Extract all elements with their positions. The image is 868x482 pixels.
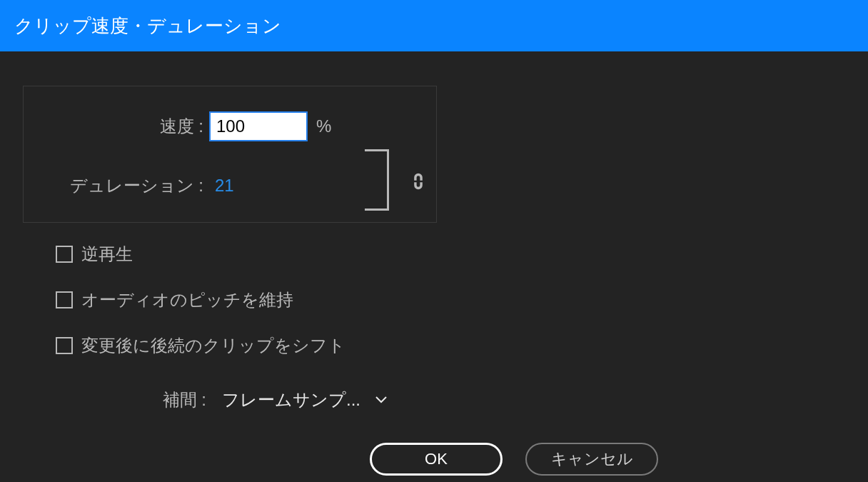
reverse-label: 逆再生 bbox=[81, 243, 133, 266]
reverse-checkbox[interactable] bbox=[56, 246, 73, 263]
chevron-down-icon bbox=[375, 393, 388, 406]
duration-value[interactable]: 21 bbox=[215, 176, 234, 196]
button-row: OK キャンセル bbox=[370, 443, 868, 476]
duration-label: デュレーション : bbox=[24, 174, 209, 197]
ok-button-label: OK bbox=[425, 450, 448, 468]
ripple-checkbox[interactable] bbox=[56, 337, 73, 354]
interpolation-dropdown[interactable]: フレームサンプ... bbox=[212, 384, 398, 416]
maintain-pitch-checkbox[interactable] bbox=[56, 291, 73, 308]
speed-label: 速度 : bbox=[24, 115, 209, 138]
ripple-row: 変更後に後続のクリップをシフト bbox=[56, 334, 868, 357]
speed-input[interactable] bbox=[209, 111, 308, 141]
speed-row: 速度 : % bbox=[24, 111, 436, 141]
dialog-title: クリップ速度・デュレーション bbox=[14, 14, 281, 39]
interpolation-label: 補間 : bbox=[23, 388, 212, 411]
maintain-pitch-label: オーディオのピッチを維持 bbox=[81, 288, 293, 311]
speed-duration-group: 速度 : % デュレーション : 21 bbox=[23, 86, 437, 223]
dialog-titlebar: クリップ速度・デュレーション bbox=[0, 0, 868, 51]
reverse-row: 逆再生 bbox=[56, 243, 868, 266]
cancel-button-label: キャンセル bbox=[551, 448, 633, 470]
dialog-content: 速度 : % デュレーション : 21 逆再生 オーディオのピッチを維持 bbox=[0, 51, 868, 476]
maintain-pitch-row: オーディオのピッチを維持 bbox=[56, 288, 868, 311]
checkbox-group: 逆再生 オーディオのピッチを維持 変更後に後続のクリップをシフト bbox=[23, 243, 868, 357]
ripple-label: 変更後に後続のクリップをシフト bbox=[81, 334, 345, 357]
link-bracket bbox=[365, 149, 389, 211]
ok-button[interactable]: OK bbox=[370, 443, 503, 476]
interpolation-row: 補間 : フレームサンプ... bbox=[23, 384, 868, 416]
cancel-button[interactable]: キャンセル bbox=[525, 443, 658, 476]
link-icon[interactable] bbox=[410, 171, 426, 195]
speed-unit: % bbox=[316, 116, 331, 136]
interpolation-value: フレームサンプ... bbox=[222, 388, 360, 411]
